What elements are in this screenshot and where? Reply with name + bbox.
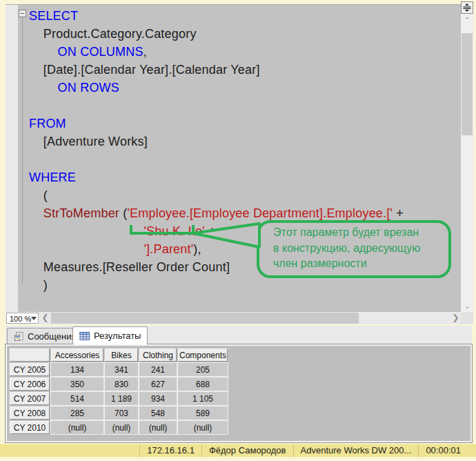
table-row: CY 2006350830627688 [10,377,228,391]
table-row: CY 20075141 1899341 105 [10,392,228,405]
grid-data-cell[interactable]: (null) [105,421,138,434]
grid-data-cell[interactable]: 1 189 [105,392,138,405]
code-segment-keyword: FROM [29,117,66,130]
tab-messages[interactable]: Сообщения [7,328,83,344]
code-line: ( [29,186,404,204]
code-segment-plain: [Date].[Calendar Year].[Calendar Year] [29,63,260,77]
code-segment-plain: ( [29,188,48,202]
status-database-name: Adventure Works DW 200... [293,444,419,457]
table-row: CY 2005134341241205 [10,363,228,376]
table-row: CY 2008285703548589 [10,406,228,420]
query-editor[interactable]: − SELECT Product.Category.Category ON CO… [6,4,461,313]
grid-row-header[interactable]: CY 2007 [10,392,50,405]
results-table: AccessoriesBikesClothingComponentsCY 200… [8,347,229,435]
results-tabstrip: Сообщения Результаты [6,326,472,344]
results-pane: Сообщения Результаты Acc [6,326,472,442]
window-splitter-button[interactable] [461,1,473,14]
grid-data-cell[interactable]: 241 [139,363,177,376]
grid-data-cell[interactable]: 350 [51,377,103,391]
grid-row-header[interactable]: CY 2010 [10,421,50,434]
grid-data-cell[interactable]: 934 [139,392,177,405]
code-segment-keyword: WHERE [29,170,76,184]
code-line: Product.Category.Category [29,25,404,43]
vscroll-up-arrow[interactable]: ⌃ [461,15,473,26]
grid-data-cell[interactable]: (null) [178,421,228,434]
code-line: [Date].[Calendar Year].[Calendar Year] [29,61,404,79]
grid-column-header[interactable]: Components [178,349,228,362]
splitter-icon [462,2,473,13]
code-line: ) [29,276,404,294]
code-segment-string: '].Parent' [29,242,193,256]
hscroll-left-arrow[interactable]: ❮ [40,312,50,324]
code-segment-plain: Product.Category.Category [29,27,197,41]
editor-hscroll-row: 100 % ❮ ❯ [6,312,461,324]
editor-vscroll[interactable]: ⌃ ⌄ [461,1,473,312]
code-segment-plain: , [143,45,147,59]
code-line: WHERE [29,168,404,186]
grid-row-header[interactable]: CY 2006 [10,377,50,391]
grid-column-header[interactable]: Bikes [105,349,138,362]
grid-data-cell[interactable]: 341 [105,363,138,376]
zoom-select[interactable]: 100 % [6,313,39,324]
grid-corner-cell[interactable] [10,349,50,362]
code-segment-plain: ), [193,242,201,256]
code-outline-line [22,17,23,284]
grid-data-cell[interactable]: 514 [51,392,103,405]
results-grid-icon [79,331,90,341]
grid-data-cell[interactable]: 589 [178,406,228,420]
app-window: − SELECT Product.Category.Category ON CO… [0,0,476,461]
editor-gutter [6,5,18,313]
hscroll-right-arrow[interactable]: ❯ [450,312,461,324]
code-segment-string: 'Employee.[Employee Department].Employee… [127,206,393,220]
code-fold-toggle[interactable]: − [19,10,26,17]
status-bar: 172.16.16.1 Фёдор Самородов Adventure Wo… [0,444,476,457]
code-line: StrToMember ('Employee.[Employee Departm… [29,204,404,222]
grid-data-cell[interactable]: 285 [51,406,103,420]
grid-data-cell[interactable]: 627 [139,377,177,391]
code-line: ON ROWS [29,79,404,97]
code-line [29,97,404,115]
code-segment-plain: Measures.[Reseller Order Count] [29,260,230,274]
results-panel: AccessoriesBikesClothingComponentsCY 200… [6,344,472,442]
code-segment-plain: + [393,206,404,220]
code-segment-keyword: SELECT [29,9,78,23]
code-segment-plain: [Adventure Works] [29,135,148,148]
zoom-value: 100 % [10,315,31,323]
tab-results[interactable]: Результаты [72,326,148,344]
grid-data-cell[interactable]: 688 [178,377,228,391]
grid-column-header[interactable]: Accessories [51,349,103,362]
grid-row-header[interactable]: CY 2008 [10,406,50,420]
callout-line: в конструкцию, адресующую [273,241,450,257]
callout-line: Этот параметр будет врезан [273,225,450,241]
code-segment-plain: ) [29,278,48,292]
code-line: SELECT [29,7,404,25]
grid-data-cell[interactable]: (null) [51,421,103,434]
status-user-name: Фёдор Самородов [201,444,293,457]
callout-text: Этот параметр будет врезан в конструкцию… [273,225,450,272]
code-segment-keyword: ON COLUMNS [29,45,143,59]
messages-icon [14,331,24,342]
status-server-address: 172.16.16.1 [139,444,201,457]
code-segment-function: StrToMember [29,206,119,220]
vscroll-down-arrow[interactable]: ⌄ [461,301,473,312]
scrollbar-corner [461,312,473,324]
callout-line: член размерности [273,256,450,272]
hscroll-thumb[interactable] [51,313,359,324]
grid-column-header[interactable]: Clothing [139,349,177,362]
table-row: CY 2010(null)(null)(null)(null) [10,421,228,434]
grid-data-cell[interactable]: 703 [105,406,138,420]
grid-data-cell[interactable]: 1 105 [178,392,228,405]
grid-data-cell[interactable]: 830 [105,377,138,391]
status-elapsed-time: 00:00:01 [418,444,468,457]
grid-data-cell[interactable]: (null) [139,421,177,434]
grid-row-header[interactable]: CY 2005 [10,363,50,376]
code-segment-plain: + [205,224,216,238]
grid-data-cell[interactable]: 548 [139,406,177,420]
code-line: FROM [29,115,404,133]
grid-data-cell[interactable]: 134 [51,363,103,376]
grid-data-cell[interactable]: 205 [178,363,228,376]
vscroll-thumb[interactable] [462,33,473,135]
code-segment-plain: ( [119,206,127,220]
code-line: [Adventure Works] [29,133,404,150]
code-segment-string: 'Shu K. Ito' [29,224,205,238]
